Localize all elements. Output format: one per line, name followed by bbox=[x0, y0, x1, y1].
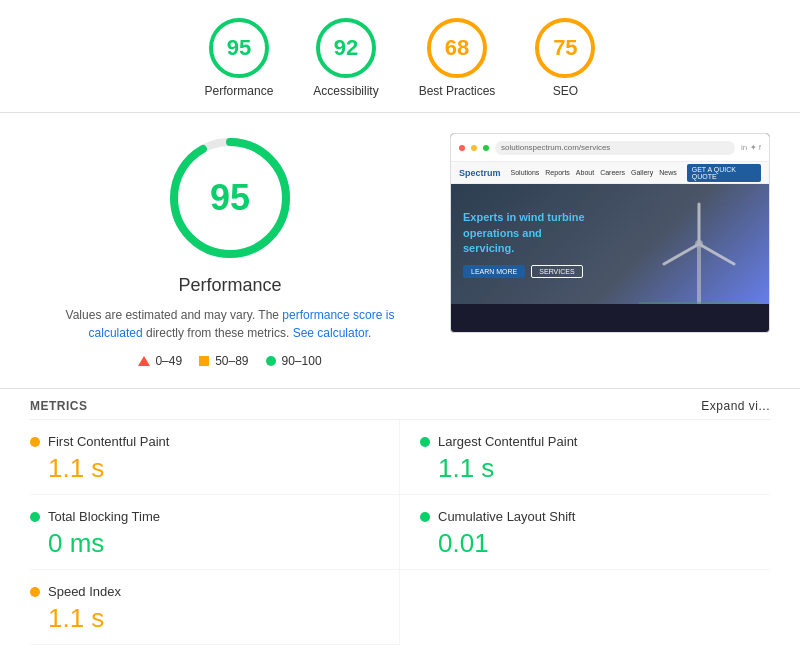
score-item-seo[interactable]: 75 SEO bbox=[535, 18, 595, 98]
metric-lcp: Largest Contentful Paint 1.1 s bbox=[400, 420, 770, 495]
score-value-best-practices: 68 bbox=[445, 35, 469, 61]
metric-cls: Cumulative Layout Shift 0.01 bbox=[400, 495, 770, 570]
legend-average-label: 50–89 bbox=[215, 354, 248, 368]
metric-fcp-value: 1.1 s bbox=[30, 453, 379, 484]
score-item-performance[interactable]: 95 Performance bbox=[205, 18, 274, 98]
score-value-seo: 75 bbox=[553, 35, 577, 61]
hero-text-after: operations and bbox=[463, 227, 542, 239]
metric-tbt-header: Total Blocking Time bbox=[30, 509, 379, 524]
nav-gallery: Gallery bbox=[631, 169, 653, 176]
metrics-title: METRICS bbox=[30, 399, 88, 413]
nav-careers: Careers bbox=[600, 169, 625, 176]
metric-si-label: Speed Index bbox=[48, 584, 121, 599]
metric-tbt: Total Blocking Time 0 ms bbox=[30, 495, 400, 570]
left-panel: 95 Performance Values are estimated and … bbox=[30, 133, 430, 368]
perf-title: Performance bbox=[178, 275, 281, 296]
right-panel: solutionspectrum.com/services in ✦ f Spe… bbox=[450, 133, 770, 368]
metric-si-dot bbox=[30, 587, 40, 597]
metric-lcp-dot bbox=[420, 437, 430, 447]
legend-good-label: 90–100 bbox=[282, 354, 322, 368]
metrics-section: METRICS Expand vi... First Contentful Pa… bbox=[0, 389, 800, 645]
legend-fail: 0–49 bbox=[138, 354, 182, 368]
cta-button[interactable]: GET A QUICK QUOTE bbox=[687, 164, 761, 182]
metric-fcp-header: First Contentful Paint bbox=[30, 434, 379, 449]
metric-si-header: Speed Index bbox=[30, 584, 379, 599]
social-icons: in ✦ f bbox=[741, 143, 761, 152]
hero-text: Experts in wind turbine operations and s… bbox=[463, 210, 585, 277]
score-label-seo: SEO bbox=[553, 84, 578, 98]
nav-links: Solutions Reports About Careers Gallery … bbox=[511, 169, 677, 176]
screenshot-frame: solutionspectrum.com/services in ✦ f Spe… bbox=[450, 133, 770, 333]
score-label-best-practices: Best Practices bbox=[419, 84, 496, 98]
score-circle-accessibility: 92 bbox=[316, 18, 376, 78]
svg-line-5 bbox=[699, 244, 734, 264]
perf-desc-text3: . bbox=[368, 326, 371, 340]
hero-buttons: LEARN MORE SERVICES bbox=[463, 265, 585, 278]
metrics-header: METRICS Expand vi... bbox=[30, 389, 770, 420]
expand-link[interactable]: Expand vi... bbox=[701, 399, 770, 413]
score-label-performance: Performance bbox=[205, 84, 274, 98]
site-nav: Spectrum Solutions Reports About Careers… bbox=[451, 162, 769, 184]
metric-cls-dot bbox=[420, 512, 430, 522]
maximize-dot bbox=[483, 145, 489, 151]
hero-area: Experts in wind turbine operations and s… bbox=[451, 184, 769, 304]
hero-text-servicing: servicing. bbox=[463, 242, 514, 254]
score-circle-best-practices: 68 bbox=[427, 18, 487, 78]
svg-rect-2 bbox=[697, 244, 701, 304]
metric-lcp-header: Largest Contentful Paint bbox=[420, 434, 770, 449]
score-bar: 95 Performance 92 Accessibility 68 Best … bbox=[0, 0, 800, 113]
metric-cls-label: Cumulative Layout Shift bbox=[438, 509, 575, 524]
square-icon bbox=[198, 355, 210, 367]
close-dot bbox=[459, 145, 465, 151]
url-text: solutionspectrum.com/services bbox=[501, 143, 610, 152]
hero-highlight: wind turbine bbox=[519, 211, 584, 223]
main-content: 95 Performance Values are estimated and … bbox=[0, 113, 800, 389]
score-circle-performance: 95 bbox=[209, 18, 269, 78]
nav-news: News bbox=[659, 169, 677, 176]
metric-si: Speed Index 1.1 s bbox=[30, 570, 400, 645]
perf-desc-text2: directly from these metrics. bbox=[143, 326, 293, 340]
metric-lcp-value: 1.1 s bbox=[420, 453, 770, 484]
metric-tbt-dot bbox=[30, 512, 40, 522]
metric-cls-header: Cumulative Layout Shift bbox=[420, 509, 770, 524]
metric-tbt-label: Total Blocking Time bbox=[48, 509, 160, 524]
metric-si-value: 1.1 s bbox=[30, 603, 379, 634]
score-legend: 0–49 50–89 90–100 bbox=[138, 354, 321, 368]
nav-reports: Reports bbox=[545, 169, 570, 176]
hero-btn-secondary[interactable]: SERVICES bbox=[531, 265, 582, 278]
score-item-accessibility[interactable]: 92 Accessibility bbox=[313, 18, 378, 98]
metric-lcp-label: Largest Contentful Paint bbox=[438, 434, 577, 449]
metric-fcp: First Contentful Paint 1.1 s bbox=[30, 420, 400, 495]
svg-rect-7 bbox=[639, 302, 759, 304]
metric-tbt-value: 0 ms bbox=[30, 528, 379, 559]
url-bar: solutionspectrum.com/services bbox=[495, 141, 735, 155]
score-circle-seo: 75 bbox=[535, 18, 595, 78]
nav-about: About bbox=[576, 169, 594, 176]
metric-fcp-label: First Contentful Paint bbox=[48, 434, 169, 449]
triangle-icon bbox=[138, 355, 150, 367]
hero-headline: Experts in wind turbine operations and s… bbox=[463, 210, 585, 256]
score-value-performance: 95 bbox=[227, 35, 251, 61]
perf-desc-text1: Values are estimated and may vary. The bbox=[66, 308, 283, 322]
nav-solutions: Solutions bbox=[511, 169, 540, 176]
calculator-link[interactable]: See calculator bbox=[293, 326, 368, 340]
legend-average: 50–89 bbox=[198, 354, 248, 368]
minimize-dot bbox=[471, 145, 477, 151]
site-logo: Spectrum bbox=[459, 168, 501, 178]
metrics-grid: First Contentful Paint 1.1 s Largest Con… bbox=[30, 420, 770, 645]
score-value-accessibility: 92 bbox=[334, 35, 358, 61]
metric-cls-value: 0.01 bbox=[420, 528, 770, 559]
score-label-accessibility: Accessibility bbox=[313, 84, 378, 98]
score-item-best-practices[interactable]: 68 Best Practices bbox=[419, 18, 496, 98]
wind-turbine-illustration bbox=[639, 194, 759, 304]
legend-fail-label: 0–49 bbox=[155, 354, 182, 368]
big-performance-circle: 95 bbox=[165, 133, 295, 263]
legend-good: 90–100 bbox=[265, 354, 322, 368]
hero-btn-primary[interactable]: LEARN MORE bbox=[463, 265, 525, 278]
metric-fcp-dot bbox=[30, 437, 40, 447]
hero-text-before: Experts in bbox=[463, 211, 519, 223]
perf-description: Values are estimated and may vary. The p… bbox=[60, 306, 400, 342]
big-score-value: 95 bbox=[210, 177, 250, 219]
circle-icon bbox=[265, 355, 277, 367]
browser-top-bar: solutionspectrum.com/services in ✦ f bbox=[451, 134, 769, 162]
